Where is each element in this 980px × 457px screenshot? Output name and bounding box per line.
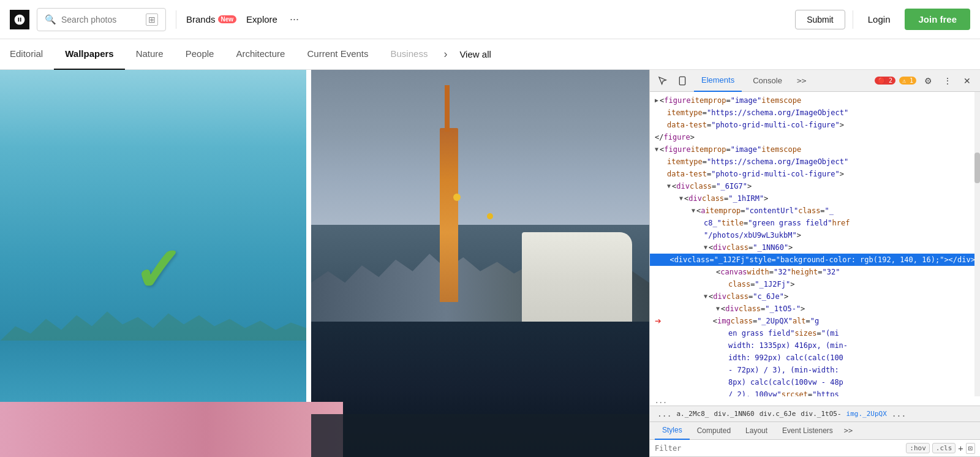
devtools-bottom-more[interactable]: >> [840,426,856,435]
html-line[interactable]: class="_1J2Fj"> [650,278,980,290]
devtools-event-listeners-tab[interactable]: Event Listeners [775,421,840,440]
filter-buttons: :hov .cls + ⊡ [906,443,975,454]
html-line[interactable]: ▼ <div class="_1tO5-"> [650,303,980,315]
devtools-scrollbar[interactable] [974,92,980,396]
devtools-settings-button[interactable]: ⚙ [920,73,936,89]
html-line[interactable]: ▼ <div class="_6IG7"> [650,180,980,192]
screenshot-icon[interactable]: ⊞ [146,13,158,26]
devtools-filter-input[interactable] [655,444,901,453]
html-line[interactable]: ▶ <figure itemprop="image" itemscope [650,94,980,107]
breadcrumb-ellipsis[interactable]: ... [655,409,674,418]
triangle-down-icon[interactable]: ▼ [679,193,683,204]
html-line[interactable]: c8_" title="green grass field" href [650,217,980,229]
devtools-more-tabs[interactable]: >> [793,76,810,85]
html-line[interactable]: ▼ <div class="_1hIRM"> [650,192,980,205]
devtools-close-button[interactable]: ✕ [959,73,975,89]
navbar: 🔍 ⊞ Brands New Explore ··· Submit Login … [0,0,980,39]
triangle-icon[interactable]: ▶ [655,95,658,106]
html-line[interactable]: <canvas width="32" height="32" [650,266,980,278]
explore-nav-item[interactable]: Explore [244,14,280,25]
html-line[interactable]: idth: 992px) calc(calc(100 [650,352,980,364]
html-line[interactable]: "/photos/xbU9wL3ukbM"> [650,229,980,241]
breadcrumb-div1nng0[interactable]: div._1NN60 [711,410,756,418]
device-icon [677,76,687,86]
filter-hov-button[interactable]: :hov [906,443,930,453]
category-bar: Editorial Wallpapers Nature People Archi… [0,39,980,70]
devtools-ellipsis[interactable]: ... [650,396,980,406]
devtools-html-panel[interactable]: ▶ <figure itemprop="image" itemscope ite… [650,92,980,396]
photo-left[interactable]: ✓ [0,70,306,457]
photo-annotation-dot2 [487,213,493,219]
error-badge: 🔴 2 [875,77,895,85]
html-line[interactable]: ▼ <div class="_1NN60"> [650,241,980,254]
html-line[interactable]: - 72px) / 3), (min-width: [650,364,980,376]
html-line[interactable]: en grass field" sizes="(mi [650,327,980,339]
category-more-button[interactable]: › [439,48,452,61]
nav-divider [853,10,853,29]
filter-cls-button[interactable]: .cls [932,443,956,453]
html-line[interactable]: data-test="photo-grid-multi-col-figure"> [650,168,980,180]
devtools-layout-tab[interactable]: Layout [738,421,775,440]
html-line[interactable]: data-test="photo-grid-multi-col-figure"> [650,119,980,131]
breadcrumb-div1to5[interactable]: div._1tO5- [798,410,843,418]
red-arrow-annotation: ➔ [655,315,662,327]
new-badge: New [218,15,237,23]
html-line[interactable]: ▼ <figure itemprop="image" itemscope [650,143,980,156]
html-line[interactable]: </figure> [650,131,980,143]
view-all-link[interactable]: View all [459,49,491,59]
category-nature[interactable]: Nature [125,39,175,70]
filter-add-icon[interactable]: + [958,444,963,453]
breadcrumb-divc6je[interactable]: div.c_6Je [757,410,799,418]
html-line[interactable]: itemtype="https://schema.org/ImageObject… [650,156,980,168]
html-line[interactable]: / 2), 100vw" srcset="https [650,388,980,396]
more-nav-item[interactable]: ··· [287,13,301,26]
devtools-styles-tab[interactable]: Styles [655,421,690,440]
logo-icon [13,13,26,26]
search-icon: 🔍 [45,14,56,25]
site-logo[interactable] [10,10,29,29]
triangle-down-icon[interactable]: ▼ [716,303,720,314]
devtools-filter-bar: :hov .cls + ⊡ [650,440,980,457]
devtools-device-button[interactable] [674,73,690,89]
search-input[interactable] [61,15,141,25]
photo-right[interactable] [311,70,649,457]
devtools-scrollbar-thumb[interactable] [974,153,980,183]
join-free-button[interactable]: Join free [905,9,970,30]
category-current-events[interactable]: Current Events [296,39,379,70]
devtools-computed-tab[interactable]: Computed [690,421,738,440]
html-line-arrow[interactable]: ➔ <img class="_2UpQX" alt="g [650,315,980,327]
devtools-inspect-button[interactable] [655,73,671,89]
search-bar[interactable]: 🔍 ⊞ [37,8,166,31]
html-line[interactable]: width: 1335px) 416px, (min- [650,339,980,352]
breadcrumb-end-ellipsis[interactable]: ... [889,409,908,418]
harbor-photo [311,70,649,457]
html-line[interactable]: ▼ <div class="c_6Je"> [650,290,980,303]
triangle-down-icon[interactable]: ▼ [667,181,671,192]
devtools-console-tab[interactable]: Console [745,70,790,92]
devtools-elements-tab[interactable]: Elements [694,70,742,92]
html-line[interactable]: itemtype="https://schema.org/ImageObject… [650,107,980,119]
filter-toggle-icon[interactable]: ⊡ [966,443,975,454]
html-line[interactable]: ▼ <a itemprop="contentUrl" class="_ [650,205,980,217]
devtools-more-button[interactable]: ⋮ [940,73,956,89]
login-button[interactable]: Login [861,14,898,25]
triangle-down-icon[interactable]: ▼ [704,242,707,253]
submit-button[interactable]: Submit [795,10,845,29]
brands-nav-item[interactable]: Brands New [186,14,236,25]
triangle-down-icon[interactable]: ▼ [692,205,695,216]
bottom-strip-left [0,402,343,457]
category-wallpapers[interactable]: Wallpapers [54,39,124,70]
html-line-selected[interactable]: <div class="_1J2Fj" style="background-co… [650,254,980,266]
html-line[interactable]: 8px) calc(calc(100vw - 48p [650,376,980,388]
breadcrumb-a[interactable]: a._2Mc8_ [674,410,711,418]
category-people[interactable]: People [175,39,225,70]
tower [440,128,458,302]
triangle-down-icon[interactable]: ▼ [655,144,658,155]
breadcrumb-img2upqx[interactable]: img._2UpQX [844,410,889,418]
category-architecture[interactable]: Architecture [225,39,296,70]
category-business[interactable]: Business [380,39,439,70]
category-editorial[interactable]: Editorial [10,39,54,70]
svg-rect-0 [679,77,685,85]
nav-separator [176,10,176,29]
triangle-down-icon[interactable]: ▼ [704,291,707,302]
